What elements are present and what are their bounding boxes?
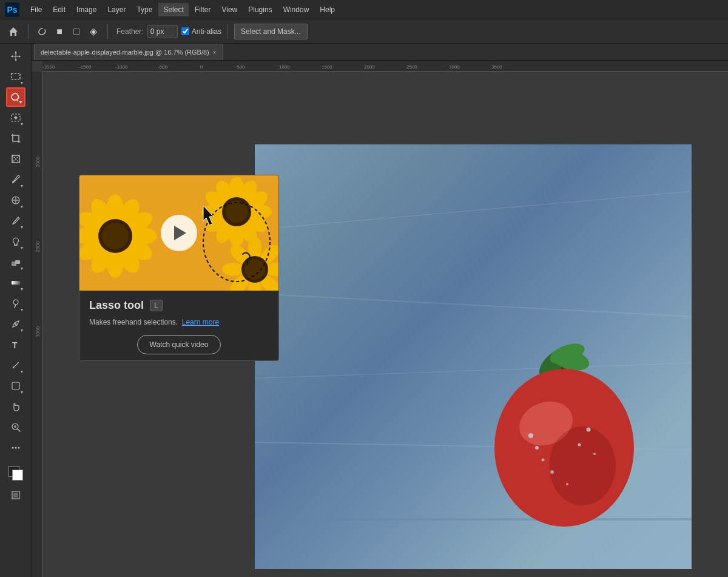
svg-point-40: [566, 483, 568, 485]
ruler-label-h-1: -2000: [42, 64, 55, 70]
ruler-label-h-4: -500: [158, 64, 167, 70]
menu-image[interactable]: Image: [72, 3, 101, 16]
svg-rect-0: [12, 73, 20, 79]
svg-rect-12: [15, 260, 20, 264]
feather-label: Feather:: [116, 27, 144, 36]
tooltip-desc-text: Makes freehand selections.: [89, 318, 178, 326]
path-arrow: ▼: [20, 369, 24, 374]
svg-line-21: [18, 429, 20, 431]
feather-input[interactable]: [147, 25, 178, 38]
canvas-content: Lasso tool L Makes freehand selections. …: [42, 72, 728, 577]
select-and-mask-button[interactable]: Select and Mask...: [234, 24, 308, 39]
svg-point-39: [550, 470, 554, 474]
lasso-mode-intersect[interactable]: ◈: [86, 24, 101, 39]
tool-pen[interactable]: ▼: [6, 314, 25, 334]
ruler-label-h-7: 1000: [279, 64, 290, 70]
lasso-tooltip-popup: Lasso tool L Makes freehand selections. …: [79, 175, 279, 361]
tool-zoom[interactable]: [6, 417, 25, 437]
canvas-area: delectable-apple-displayed-marble.jpg @ …: [32, 44, 728, 577]
svg-point-17: [15, 323, 16, 325]
svg-point-25: [15, 447, 16, 449]
options-separator-2: [107, 24, 108, 39]
tool-shape[interactable]: ▼: [6, 376, 25, 396]
tool-hand[interactable]: [6, 397, 25, 416]
ruler-label-h-11: 3000: [449, 64, 460, 70]
svg-line-16: [15, 305, 16, 308]
lasso-mode-add[interactable]: ■: [52, 24, 67, 39]
tooltip-body: Lasso tool L Makes freehand selections. …: [79, 291, 278, 360]
menu-help[interactable]: Help: [315, 3, 340, 16]
tooltip-title: Lasso tool: [89, 299, 144, 312]
gradient-arrow: ▼: [20, 287, 24, 291]
stamp-arrow: ▼: [20, 246, 24, 250]
ruler-and-canvas: -2000 -1500 -1000 -500 0 500 1000 1500 2…: [32, 61, 728, 577]
menu-select[interactable]: Select: [158, 3, 188, 16]
top-ruler: -2000 -1500 -1000 -500 0 500 1000 1500 2…: [42, 61, 728, 72]
ruler-label-h-9: 2000: [364, 64, 375, 70]
menu-type[interactable]: Type: [132, 3, 157, 16]
tooltip-title-row: Lasso tool L: [89, 299, 269, 312]
tool-object-select[interactable]: ▼: [6, 108, 25, 127]
menu-window[interactable]: Window: [278, 3, 314, 16]
home-button[interactable]: [5, 23, 22, 40]
tool-more[interactable]: [6, 438, 25, 457]
tool-quick-mask[interactable]: [6, 485, 25, 505]
object-select-arrow: ▼: [20, 122, 24, 126]
ruler-label-h-5: 0: [200, 64, 203, 70]
tool-crop[interactable]: [6, 129, 25, 148]
ruler-label-h-10: 2500: [406, 64, 417, 70]
svg-text:T: T: [12, 340, 18, 350]
tool-marquee[interactable]: ▼: [6, 67, 25, 86]
tool-text[interactable]: T: [6, 335, 25, 354]
menu-layer[interactable]: Layer: [103, 3, 130, 16]
tool-gradient[interactable]: ▼: [6, 273, 25, 292]
svg-point-36: [535, 446, 539, 450]
tool-brush[interactable]: ▼: [6, 211, 25, 231]
menu-plugins[interactable]: Plugins: [243, 3, 277, 16]
watch-video-button[interactable]: Watch quick video: [137, 335, 221, 354]
eyedropper-arrow: ▼: [20, 184, 24, 188]
ruler-label-v-3: 3000: [35, 326, 41, 337]
svg-rect-19: [12, 382, 19, 390]
ruler-label-v-1: 2000: [35, 157, 41, 167]
tool-dodge[interactable]: ▼: [6, 294, 25, 313]
tab-close-button[interactable]: ×: [213, 49, 217, 56]
ruler-label-v-2: 2500: [35, 241, 41, 252]
tab-filename: delectable-apple-displayed-marble.jpg @ …: [41, 49, 209, 56]
learn-more-link[interactable]: Learn more: [182, 318, 219, 326]
tool-healing[interactable]: ▼: [6, 191, 25, 210]
tool-eraser[interactable]: ▼: [6, 252, 25, 272]
menu-filter[interactable]: Filter: [190, 3, 216, 16]
options-separator-3: [228, 24, 228, 39]
tool-stamp[interactable]: ▼: [6, 232, 25, 251]
anti-alias-checkbox[interactable]: [181, 27, 189, 35]
tool-eyedropper[interactable]: ▼: [6, 170, 25, 189]
svg-point-37: [587, 428, 591, 432]
svg-rect-14: [12, 281, 20, 285]
lasso-mode-freehand[interactable]: [35, 24, 50, 39]
menu-edit[interactable]: Edit: [48, 3, 70, 16]
menu-view[interactable]: View: [217, 3, 242, 16]
svg-rect-28: [13, 493, 18, 498]
document-tab[interactable]: delectable-apple-displayed-marble.jpg @ …: [34, 44, 223, 60]
options-bar: ■ □ ◈ Feather: Anti-alias Select and Mas…: [0, 19, 728, 44]
lasso-mode-subtract[interactable]: □: [69, 24, 84, 39]
tool-move[interactable]: [6, 46, 25, 66]
svg-point-34: [549, 427, 616, 505]
tool-path-select[interactable]: ▼: [6, 356, 25, 375]
svg-point-6: [12, 181, 14, 183]
color-swatches[interactable]: [6, 464, 25, 483]
tool-frame[interactable]: [6, 149, 25, 169]
tool-lasso[interactable]: ▼: [6, 87, 25, 107]
marquee-submenu-arrow: ▼: [20, 81, 24, 85]
brush-arrow: ▼: [20, 225, 24, 229]
ruler-label-h-8: 1500: [322, 64, 332, 70]
lasso-mode-group: ■ □ ◈: [35, 24, 101, 39]
svg-point-57: [102, 223, 129, 249]
video-play-button[interactable]: [161, 215, 197, 251]
pen-arrow: ▼: [20, 328, 24, 332]
play-triangle-icon: [174, 226, 186, 240]
svg-point-15: [13, 300, 18, 305]
menu-file[interactable]: File: [25, 3, 47, 16]
tooltip-description: Makes freehand selections. Learn more: [89, 317, 269, 328]
